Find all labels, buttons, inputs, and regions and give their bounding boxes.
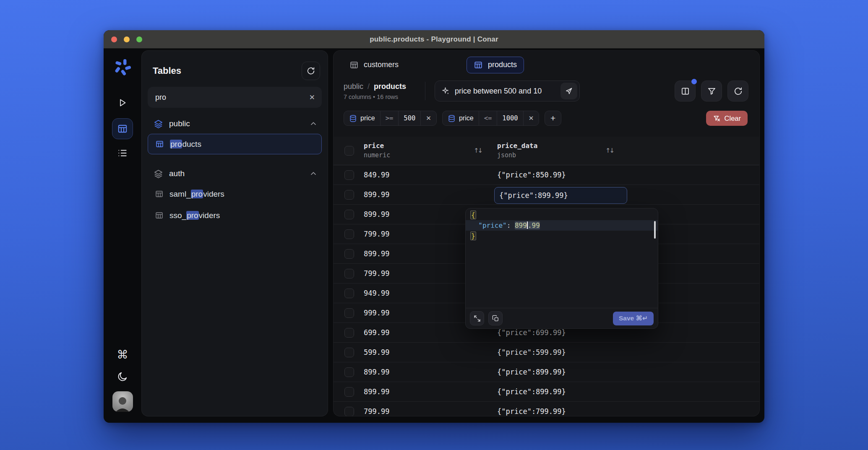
- sidebar-item-saml_providers[interactable]: saml_providers: [148, 184, 322, 204]
- cell-price[interactable]: 699.99: [364, 328, 389, 337]
- run-query-button[interactable]: [112, 92, 133, 113]
- refresh-icon: [306, 66, 315, 75]
- queries-list-button[interactable]: [112, 143, 133, 164]
- clear-filters-button[interactable]: Clear: [706, 111, 748, 126]
- table-row[interactable]: 799.99{"price":799.99}: [334, 402, 759, 416]
- add-filter-button[interactable]: +: [545, 111, 561, 126]
- search-match-highlight: pro: [170, 140, 182, 148]
- cell-price[interactable]: 599.99: [364, 348, 389, 356]
- user-avatar[interactable]: [112, 391, 133, 412]
- submit-ai-filter-button[interactable]: [560, 83, 577, 99]
- chip-operator[interactable]: <=: [479, 111, 498, 125]
- tab-label: customers: [364, 60, 399, 69]
- cell-price[interactable]: 899.99: [364, 210, 389, 218]
- cell-price-data[interactable]: {"price":599.99}: [497, 348, 566, 356]
- cell-price[interactable]: 849.99: [364, 171, 389, 179]
- sort-icon[interactable]: ↑↓: [605, 147, 613, 154]
- chip-column[interactable]: price: [443, 111, 479, 125]
- cell-price-data[interactable]: {"price":899.99}: [497, 368, 566, 376]
- row-checkbox[interactable]: [344, 367, 354, 377]
- clear-search-icon[interactable]: ✕: [309, 94, 315, 101]
- table-row[interactable]: 899.99{"price":899.99}: [334, 362, 759, 382]
- row-checkbox[interactable]: [344, 269, 354, 278]
- chip-value[interactable]: 1000: [497, 111, 523, 125]
- cell-price[interactable]: 899.99: [364, 190, 389, 199]
- refresh-data-button[interactable]: [727, 81, 748, 101]
- schema-header-auth[interactable]: auth: [148, 164, 322, 183]
- chip-operator[interactable]: >=: [381, 111, 399, 125]
- tab-products[interactable]: products: [467, 57, 524, 73]
- filters-button[interactable]: [701, 81, 722, 101]
- table-name: saml_providers: [169, 190, 224, 199]
- row-checkbox[interactable]: [344, 348, 354, 357]
- columns-visibility-button[interactable]: [675, 81, 696, 101]
- row-checkbox[interactable]: [344, 407, 354, 416]
- chip-value[interactable]: 500: [399, 111, 421, 125]
- search-match-highlight: pro: [186, 211, 198, 220]
- expand-editor-button[interactable]: [470, 311, 484, 325]
- cell-price-data[interactable]: {"price":699.99}: [497, 328, 566, 337]
- sidebar-item-sso_providers[interactable]: sso_providers: [148, 205, 322, 226]
- breadcrumb-table[interactable]: products: [374, 82, 406, 91]
- tables-nav-button[interactable]: [112, 118, 133, 139]
- table-row[interactable]: 599.99{"price":599.99}: [334, 343, 759, 362]
- zoom-window-button[interactable]: [136, 36, 142, 42]
- remove-filter-button[interactable]: ✕: [524, 111, 539, 125]
- row-checkbox[interactable]: [344, 210, 354, 219]
- row-checkbox[interactable]: [344, 289, 354, 298]
- cell-price[interactable]: 949.99: [364, 289, 389, 297]
- copy-value-button[interactable]: [488, 311, 503, 325]
- close-window-button[interactable]: [111, 36, 117, 42]
- cell-price[interactable]: 899.99: [364, 250, 389, 258]
- minimize-window-button[interactable]: [124, 36, 130, 42]
- titlebar[interactable]: public.products - Playground | Conar: [104, 30, 764, 49]
- ai-filter-input[interactable]: [455, 87, 556, 96]
- table-grid-icon: [117, 123, 128, 134]
- breadcrumb-schema[interactable]: public: [344, 82, 363, 91]
- refresh-tables-button[interactable]: [302, 62, 320, 80]
- sidebar-item-products[interactable]: products: [148, 134, 322, 154]
- remove-filter-button[interactable]: ✕: [421, 111, 436, 125]
- row-checkbox[interactable]: [344, 229, 354, 239]
- cell-price-data[interactable]: {"price":799.99}: [497, 407, 566, 416]
- shortcuts-button[interactable]: ⌘: [117, 348, 128, 361]
- save-button[interactable]: Save ⌘↵: [613, 312, 654, 325]
- play-icon: [117, 98, 128, 108]
- table-row[interactable]: 899.99{"price":899.99}: [334, 382, 759, 402]
- row-checkbox[interactable]: [344, 170, 354, 180]
- cell-price[interactable]: 899.99: [364, 388, 389, 396]
- chevron-up-icon[interactable]: [309, 169, 318, 178]
- cell-price[interactable]: 799.99: [364, 407, 389, 416]
- row-checkbox[interactable]: [344, 249, 354, 259]
- editor-scrollbar[interactable]: [654, 221, 656, 239]
- row-checkbox[interactable]: [344, 308, 354, 318]
- table-row[interactable]: 899.99{"price":899.99}: [334, 185, 759, 205]
- json-editor[interactable]: { "price": 899.99 }: [466, 208, 658, 241]
- schema-header-public[interactable]: public: [148, 114, 322, 133]
- row-checkbox[interactable]: [344, 190, 354, 200]
- tab-customers[interactable]: customers: [343, 57, 405, 73]
- funnel-icon: [707, 86, 717, 96]
- cell-price[interactable]: 799.99: [364, 230, 389, 238]
- json-value-selected: 899: [515, 221, 527, 229]
- cell-price-data[interactable]: {"price":850.99}: [497, 171, 566, 179]
- layers-icon: [154, 119, 163, 129]
- row-checkbox[interactable]: [344, 387, 354, 397]
- cell-price[interactable]: 999.99: [364, 309, 389, 317]
- cell-price[interactable]: 899.99: [364, 368, 389, 376]
- cell-price[interactable]: 799.99: [364, 269, 389, 278]
- row-checkbox[interactable]: [344, 328, 354, 338]
- cell-price-data[interactable]: {"price":899.99}: [497, 388, 566, 396]
- chevron-up-icon[interactable]: [309, 120, 318, 128]
- table-tabs: customers products: [334, 51, 759, 74]
- column-header-price[interactable]: price numeric: [364, 142, 390, 159]
- table-search-input[interactable]: [155, 93, 309, 102]
- selected-cell[interactable]: {"price":899.99}: [494, 187, 627, 204]
- chip-column[interactable]: price: [344, 111, 381, 125]
- column-header-price-data[interactable]: price_data jsonb: [497, 142, 537, 159]
- select-all-checkbox[interactable]: [344, 146, 354, 156]
- cell-price-data: {"price":899.99}: [499, 191, 568, 200]
- table-row[interactable]: 849.99{"price":850.99}: [334, 165, 759, 185]
- theme-toggle-button[interactable]: [117, 371, 128, 382]
- sort-icon[interactable]: ↑↓: [474, 147, 482, 154]
